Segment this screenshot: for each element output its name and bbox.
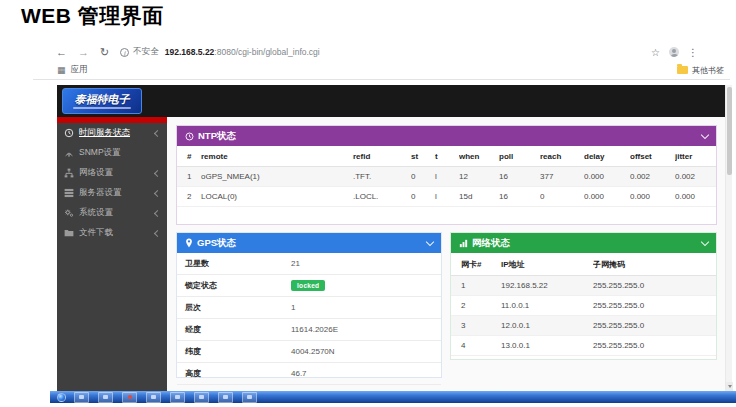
gps-row-label: 纬度 xyxy=(185,346,291,357)
network-panel-header[interactable]: 网络状态 xyxy=(451,233,716,253)
logo-subtext xyxy=(73,107,131,109)
sidebar-item-2[interactable]: SNMP设置 xyxy=(57,143,167,163)
network-panel-cell: 13.0.0.1 xyxy=(501,336,593,356)
sidebar-item-5[interactable]: 系统设置 xyxy=(57,203,167,223)
ntp-panel-cell: 0.002 xyxy=(630,167,675,187)
taskbar-app-icon[interactable] xyxy=(146,392,161,403)
sidebar-menu: 时间服务状态SNMP设置网络设置服务器设置系统设置文件下载 xyxy=(57,117,167,391)
main-content: NTP状态 #remoterefidsttwhenpollreachdelayo… xyxy=(167,117,725,391)
chevron-left-icon xyxy=(154,129,161,136)
sidebar-item-4[interactable]: 服务器设置 xyxy=(57,183,167,203)
ntp-panel-col-header: remote xyxy=(201,146,353,167)
network-panel-cell: 4 xyxy=(451,336,501,356)
gps-row: 卫星数21 xyxy=(177,253,441,275)
scrollbar[interactable] xyxy=(725,85,732,391)
ntp-panel-cell: 0 xyxy=(540,187,584,207)
gps-row-value: 4004.2570N xyxy=(291,347,335,356)
chevron-down-icon[interactable] xyxy=(701,237,709,245)
ntp-panel-cell: 12 xyxy=(459,167,499,187)
network-panel-cell: 2 xyxy=(451,296,501,316)
ntp-panel-cell: l xyxy=(435,187,459,207)
ntp-panel-cell: 0.000 xyxy=(630,187,675,207)
reload-icon[interactable]: ↻ xyxy=(100,44,109,60)
taskbar-app-icon[interactable] xyxy=(98,392,113,403)
ntp-panel-col-header: refid xyxy=(353,146,411,167)
gps-panel-header[interactable]: GPS状态 xyxy=(177,233,441,253)
network-panel-cell: 1 xyxy=(451,276,501,296)
sidebar-item-3[interactable]: 网络设置 xyxy=(57,163,167,183)
url-host: 192.168.5.22 xyxy=(165,47,215,57)
ntp-panel-cell: .TFT. xyxy=(353,167,411,187)
sidebar-item-6[interactable]: 文件下载 xyxy=(57,223,167,243)
security-label[interactable]: 不安全 xyxy=(133,46,159,58)
ntp-panel-cell: oGPS_NMEA(1) xyxy=(201,167,353,187)
scrollbar-down-button[interactable] xyxy=(726,382,733,391)
browser-toolbar: ← → ↻ i 不安全 192.168.5.22:8080/cgi-bin/gl… xyxy=(56,44,320,60)
table-row: 312.0.0.1255.255.255.0 xyxy=(451,316,716,336)
taskbar-app-icon[interactable] xyxy=(122,392,137,403)
network-panel-cell: 255.255.255.0 xyxy=(593,296,716,316)
chrome-divider xyxy=(33,79,730,80)
ntp-panel-cell: 0.000 xyxy=(584,167,630,187)
network-panel-cell: 255.255.255.0 xyxy=(593,316,716,336)
chevron-down-icon[interactable] xyxy=(426,237,434,245)
network-panel-cell: 3 xyxy=(451,316,501,336)
network-panel-cell: 192.168.5.22 xyxy=(501,276,593,296)
ntp-panel-col-header: t xyxy=(435,146,459,167)
gps-row-value: 21 xyxy=(291,259,300,268)
sidebar-item-label: 文件下载 xyxy=(79,227,113,239)
ntp-panel-col-header: reach xyxy=(540,146,584,167)
bookmark-star-icon[interactable]: ☆ xyxy=(651,47,660,58)
profile-avatar-icon[interactable] xyxy=(669,47,679,57)
lock-status-badge: locked xyxy=(291,280,325,291)
start-button-icon[interactable] xyxy=(57,393,66,402)
location-pin-icon xyxy=(185,238,193,248)
ntp-panel-cell: l xyxy=(435,167,459,187)
network-panel-col-header: IP地址 xyxy=(501,253,593,276)
taskbar-app-icon[interactable] xyxy=(242,392,257,403)
gps-row: 纬度4004.2570N xyxy=(177,341,441,363)
ntp-table-body: 1oGPS_NMEA(1).TFT.0l12163770.0000.0020.0… xyxy=(177,167,716,207)
taskbar-app-glyph xyxy=(79,395,84,399)
forward-icon[interactable]: → xyxy=(78,44,89,60)
table-row: 1oGPS_NMEA(1).TFT.0l12163770.0000.0020.0… xyxy=(177,167,716,187)
ntp-panel-header[interactable]: NTP状态 xyxy=(177,126,716,146)
gps-row: 经度11614.2026E xyxy=(177,319,441,341)
taskbar-app-icon[interactable] xyxy=(194,392,209,403)
sidebar-item-label: 时间服务状态 xyxy=(79,127,130,139)
sidebar-item-label: 网络设置 xyxy=(79,167,113,179)
address-bar[interactable]: 192.168.5.22:8080/cgi-bin/global_info.cg… xyxy=(165,47,320,57)
sidebar-item-label: SNMP设置 xyxy=(79,147,121,159)
menu-dots-icon[interactable]: ⋮ xyxy=(688,47,698,58)
ntp-panel-cell: .LOCL. xyxy=(353,187,411,207)
scrollbar-thumb[interactable] xyxy=(727,87,732,175)
clock-icon xyxy=(64,128,74,138)
taskbar-app-glyph xyxy=(247,395,252,399)
network-panel-cell: 12.0.0.1 xyxy=(501,316,593,336)
ntp-panel-col-header: # xyxy=(177,146,201,167)
ntp-panel-title: NTP状态 xyxy=(198,130,236,143)
apps-label[interactable]: 应用 xyxy=(71,64,88,76)
sidebar-item-1[interactable]: 时间服务状态 xyxy=(57,123,167,143)
ntp-panel-cell: 15d xyxy=(459,187,499,207)
gear-icon xyxy=(64,208,74,218)
gps-row-value: 11614.2026E xyxy=(291,325,338,334)
network-table-head: 网卡#IP地址子网掩码 xyxy=(451,253,716,276)
folder-icon xyxy=(677,66,688,74)
ntp-panel-cell: 16 xyxy=(499,187,540,207)
gps-row-label: 高度 xyxy=(185,368,291,379)
taskbar-app-icon[interactable] xyxy=(74,392,89,403)
taskbar-app-icon[interactable] xyxy=(170,392,185,403)
other-bookmarks[interactable]: 其他书签 xyxy=(677,63,724,77)
ntp-panel-cell: 0.000 xyxy=(675,187,716,207)
sidebar-item-label: 系统设置 xyxy=(79,207,113,219)
network-panel-title: 网络状态 xyxy=(472,237,510,250)
chevron-down-icon[interactable] xyxy=(701,130,709,138)
site-info-icon[interactable]: i xyxy=(120,48,129,57)
company-logo[interactable]: 泰福特电子 xyxy=(62,88,142,114)
apps-grid-icon[interactable]: ▦ xyxy=(57,65,66,75)
taskbar-app-icon[interactable] xyxy=(218,392,233,403)
back-icon[interactable]: ← xyxy=(56,44,67,60)
ntp-panel-cell: 1 xyxy=(177,167,201,187)
network-panel-cell: 11.0.0.1 xyxy=(501,296,593,316)
